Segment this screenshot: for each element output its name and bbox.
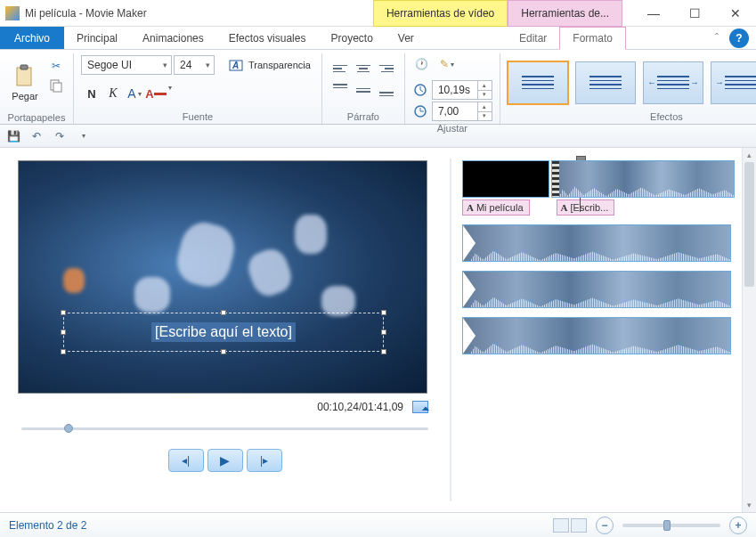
font-size-select[interactable]: 24 bbox=[174, 55, 215, 75]
thumbnail-size-large[interactable] bbox=[571, 518, 587, 533]
video-clip-2[interactable] bbox=[462, 224, 731, 262]
align-center-button[interactable] bbox=[353, 59, 374, 78]
video-clip-3[interactable] bbox=[462, 271, 731, 308]
group-adjust: 🕐 ✎▾ 10,19s▴▾ 7,00▴▾ Ajustar bbox=[405, 53, 500, 124]
context-tab-text-tools[interactable]: Herramientas de... bbox=[508, 0, 622, 27]
group-font: Segoe UI 24 A Transparencia N K A▾ A ▾ F… bbox=[74, 53, 322, 124]
font-grow-button[interactable]: A▾ bbox=[124, 84, 145, 103]
window-title: Mi película - Movie Maker bbox=[25, 7, 147, 20]
qat-customize[interactable]: ▾ bbox=[75, 128, 91, 144]
title-clip[interactable] bbox=[462, 160, 549, 198]
zoom-thumb[interactable] bbox=[663, 520, 671, 531]
copy-button[interactable] bbox=[46, 77, 66, 94]
ribbon-collapse-icon[interactable]: ˆ bbox=[715, 32, 719, 45]
next-frame-icon: |▸ bbox=[260, 454, 268, 467]
video-clip-1[interactable] bbox=[551, 160, 735, 198]
tab-visual-effects[interactable]: Efectos visuales bbox=[216, 27, 319, 49]
undo-button[interactable]: ↶ bbox=[28, 128, 45, 144]
text-edit-icon: ✎ bbox=[440, 58, 449, 70]
seek-thumb[interactable] bbox=[64, 424, 73, 433]
align-left-button[interactable] bbox=[329, 59, 351, 78]
text-clip-label[interactable]: A[Escrib... bbox=[557, 199, 615, 216]
undo-icon: ↶ bbox=[32, 130, 41, 142]
prev-frame-button[interactable]: ◂| bbox=[168, 449, 204, 472]
paste-icon bbox=[12, 64, 37, 89]
redo-button[interactable]: ↷ bbox=[52, 128, 68, 144]
scissors-icon: ✂ bbox=[52, 60, 61, 72]
quick-access-toolbar: 💾 ↶ ↷ ▾ bbox=[0, 125, 756, 148]
preview-pane: [Escribe aquí el texto] 00:10,24/01:41,0… bbox=[0, 148, 450, 512]
tab-view[interactable]: Ver bbox=[386, 27, 427, 49]
align-bottom-button[interactable] bbox=[376, 80, 397, 100]
workspace: [Escribe aquí el texto] 00:10,24/01:41,0… bbox=[0, 148, 756, 512]
clock-back-icon: 🕐 bbox=[415, 58, 428, 70]
duration-icon bbox=[412, 103, 428, 119]
copy-icon bbox=[49, 78, 63, 93]
start-time-input[interactable]: 10,19s▴▾ bbox=[432, 80, 492, 100]
video-clip-4[interactable] bbox=[462, 317, 731, 354]
save-button[interactable]: 💾 bbox=[5, 128, 21, 144]
align-top-button[interactable] bbox=[329, 80, 351, 100]
timeline-scrollbar[interactable]: ▴▾ bbox=[742, 148, 756, 512]
minimize-button[interactable]: — bbox=[633, 0, 674, 27]
group-paragraph: Párrafo bbox=[322, 53, 405, 124]
timeline-track-4[interactable] bbox=[462, 317, 756, 354]
svg-text:A: A bbox=[232, 61, 239, 70]
effect-none[interactable] bbox=[508, 61, 568, 104]
title-bar: Mi película - Movie Maker Herramientas d… bbox=[0, 0, 756, 27]
video-preview[interactable]: [Escribe aquí el texto] bbox=[18, 160, 427, 394]
play-button[interactable]: ▶ bbox=[207, 449, 243, 472]
close-button[interactable]: ✕ bbox=[715, 0, 756, 27]
fullscreen-button[interactable] bbox=[412, 401, 428, 413]
start-time-icon bbox=[412, 82, 428, 98]
font-color-dropdown[interactable]: ▾ bbox=[168, 84, 172, 103]
tab-home[interactable]: Principal bbox=[64, 27, 130, 49]
svg-rect-0 bbox=[17, 68, 31, 85]
title-clip-label[interactable]: AMi película bbox=[462, 199, 530, 216]
cut-button[interactable]: ✂ bbox=[46, 57, 66, 75]
tab-animations[interactable]: Animaciones bbox=[130, 27, 216, 49]
zoom-out-button[interactable]: − bbox=[596, 517, 614, 534]
playback-time: 00:10,24/01:41,09 bbox=[317, 401, 403, 413]
help-button[interactable]: ? bbox=[729, 28, 749, 48]
align-middle-button[interactable] bbox=[353, 80, 374, 100]
transparency-icon: A bbox=[229, 58, 245, 72]
timeline-track-3[interactable] bbox=[462, 271, 756, 308]
timeline-track-2[interactable] bbox=[462, 224, 756, 262]
font-color-button[interactable]: A bbox=[145, 84, 167, 103]
tab-file[interactable]: Archivo bbox=[0, 27, 64, 49]
context-tab-video-tools[interactable]: Herramientas de vídeo bbox=[373, 0, 508, 27]
group-effects: ←→ →← ▴▾≡ A▾ A▾ Efectos bbox=[500, 53, 756, 124]
prev-frame-icon: ◂| bbox=[182, 454, 190, 467]
text-overlay-box[interactable]: [Escribe aquí el texto] bbox=[63, 313, 384, 352]
tab-project[interactable]: Proyecto bbox=[318, 27, 385, 49]
play-icon: ▶ bbox=[220, 453, 230, 468]
status-element-count: Elemento 2 de 2 bbox=[9, 519, 86, 532]
text-overlay-content[interactable]: [Escribe aquí el texto] bbox=[151, 322, 296, 342]
effect-fly-in-right[interactable]: →← bbox=[711, 61, 756, 104]
transparency-button[interactable]: A Transparencia bbox=[225, 55, 314, 75]
tab-edit[interactable]: Editar bbox=[507, 27, 559, 49]
font-family-select[interactable]: Segoe UI bbox=[81, 55, 172, 75]
redo-icon: ↷ bbox=[55, 130, 64, 142]
timeline-track-1[interactable]: AMi película A[Escrib... bbox=[462, 160, 756, 216]
set-start-time-button[interactable]: 🕐 bbox=[412, 55, 432, 73]
zoom-in-button[interactable]: + bbox=[729, 517, 747, 534]
effect-scroll-center[interactable] bbox=[575, 61, 636, 104]
maximize-button[interactable]: ☐ bbox=[674, 0, 715, 27]
effect-fly-in-left[interactable]: ←→ bbox=[643, 61, 703, 104]
ribbon: Pegar ✂ Portapapeles Segoe UI 24 A Trans… bbox=[0, 50, 756, 125]
next-frame-button[interactable]: |▸ bbox=[247, 449, 282, 472]
tab-format[interactable]: Formato bbox=[559, 27, 626, 50]
align-right-button[interactable] bbox=[376, 59, 397, 78]
bold-button[interactable]: N bbox=[81, 84, 102, 103]
paste-button[interactable]: Pegar bbox=[7, 55, 43, 110]
edit-text-button[interactable]: ✎▾ bbox=[437, 55, 457, 73]
app-icon bbox=[5, 6, 20, 20]
zoom-slider[interactable] bbox=[622, 524, 720, 527]
italic-button[interactable]: K bbox=[102, 84, 124, 103]
thumbnail-size-small[interactable] bbox=[553, 518, 569, 533]
svg-rect-1 bbox=[20, 65, 28, 69]
seek-bar[interactable] bbox=[21, 422, 428, 435]
duration-input[interactable]: 7,00▴▾ bbox=[432, 102, 492, 121]
